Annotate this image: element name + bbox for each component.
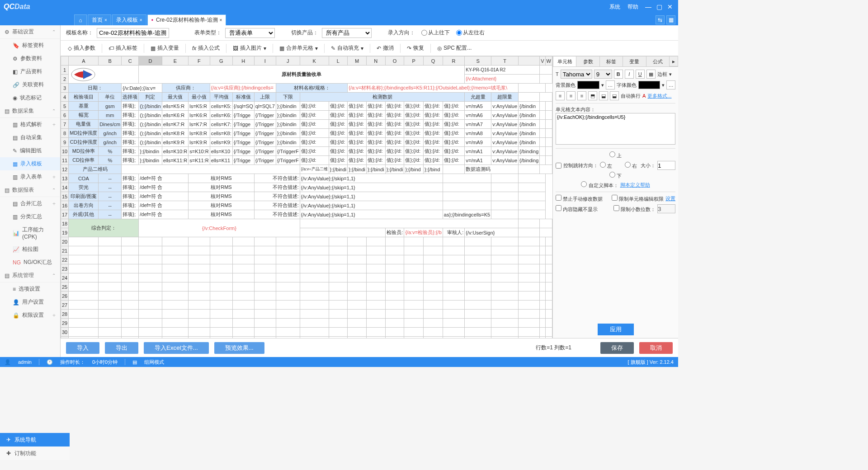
- bold-icon[interactable]: B: [614, 70, 623, 79]
- btn-redo[interactable]: ↷ 恢复: [403, 42, 428, 54]
- sidebar-item-class[interactable]: ▥ 分类汇总: [0, 210, 60, 223]
- proptab-tag[interactable]: 标签: [599, 56, 623, 66]
- proptab-param[interactable]: 参数: [576, 56, 599, 66]
- sidebar-item-status[interactable]: ◉ 状态标记: [0, 91, 60, 104]
- italic-icon[interactable]: I: [625, 70, 634, 79]
- sidebar-item-ngok[interactable]: NG NG/OK汇总: [0, 256, 60, 269]
- btn-preview[interactable]: 预览效果...: [214, 342, 264, 354]
- sidebar-group-collect[interactable]: ▤ 数据采集⌃: [0, 104, 60, 118]
- sidebar-item-merge[interactable]: ▤ 合并汇总+: [0, 197, 60, 210]
- maximize-icon[interactable]: ▢: [655, 3, 664, 10]
- sidebar-item-user[interactable]: 👤 用户设置: [0, 296, 60, 309]
- status-dur-value: 0小时0分钟: [92, 359, 118, 366]
- valign-bot-icon[interactable]: ⬓: [610, 91, 619, 100]
- rowcol-status: 行数=1 列数=1: [536, 344, 571, 352]
- sidebar-item-auth[interactable]: 🔒 权限设置+: [0, 309, 60, 322]
- sidebar-item-param[interactable]: ⚙ 参数资料: [0, 52, 60, 65]
- textarea-cellcontent[interactable]: {/v:EachOK};{/bindingcells=U5}: [556, 113, 675, 145]
- valign-top-icon[interactable]: ⬒: [588, 91, 597, 100]
- sidebar-item-option[interactable]: ≡ 选项设置: [0, 282, 60, 296]
- chk-nomod[interactable]: [556, 195, 561, 201]
- sidebar-item-form[interactable]: ▥ 录入表单+: [0, 170, 60, 183]
- sidebar-item-format[interactable]: ▥ 格式解析+: [0, 118, 60, 131]
- select-form-type[interactable]: 普通表单: [225, 28, 275, 38]
- align-right-icon[interactable]: ≡: [577, 91, 586, 100]
- btn-save[interactable]: 保存: [600, 342, 634, 354]
- chk-hide[interactable]: [556, 205, 561, 211]
- more-format-link[interactable]: 更多格式...: [647, 93, 671, 99]
- proptab-scroll[interactable]: ▸: [669, 56, 678, 66]
- menu-help[interactable]: 帮助: [627, 3, 638, 11]
- btn-insert-tag[interactable]: 🏷 插入标签: [105, 42, 141, 54]
- btn-apply[interactable]: 应用: [598, 324, 634, 335]
- tab-homepage[interactable]: 首页×: [88, 14, 111, 25]
- menu-system[interactable]: 系统: [609, 3, 620, 11]
- select-product[interactable]: 所有产品: [322, 28, 372, 38]
- btn-insert-var[interactable]: ▦ 插入变量: [147, 42, 183, 54]
- input-jumpsize[interactable]: [657, 161, 675, 170]
- fgcolor-more[interactable]: …: [666, 80, 675, 89]
- align-center-icon[interactable]: ≡: [566, 91, 576, 100]
- input-template-name[interactable]: [97, 28, 169, 38]
- sidebar-item-product[interactable]: ◧ 产品资料: [0, 65, 60, 78]
- select-font[interactable]: Tahoma: [561, 70, 592, 79]
- sidebar-item-auto[interactable]: ▤ 自动采集: [0, 131, 60, 144]
- chk-jump[interactable]: [556, 163, 561, 169]
- btn-spc[interactable]: ◎ SPC 配置...: [434, 42, 475, 54]
- sidebar-item-cpk[interactable]: 📊 工序能力(CPK): [0, 223, 60, 243]
- select-size[interactable]: 9: [594, 70, 612, 79]
- wrap-label[interactable]: 自动换行: [621, 93, 641, 99]
- btn-insert-image[interactable]: 🖼 插入图片 ▾: [229, 42, 270, 54]
- align-left-icon[interactable]: ≡: [556, 91, 565, 100]
- fgcolor-swatch[interactable]: [638, 81, 660, 89]
- chk-limitedit[interactable]: [612, 195, 618, 201]
- border-btn[interactable]: ▦: [646, 70, 656, 79]
- label-form-type: 表单类型：: [194, 29, 222, 37]
- chk-limitdec[interactable]: [613, 205, 619, 211]
- input-dec: [657, 204, 675, 213]
- btn-import-excel[interactable]: 导入Excel文件...: [144, 342, 209, 354]
- sidebar-item-pareto[interactable]: 📈 柏拉图: [0, 243, 60, 256]
- spreadsheet[interactable]: ABCDEFGHIJKLMNOPQRSTVW1 原材料质量验收单 KY-PR-Q…: [61, 56, 552, 338]
- btn-autofill[interactable]: ✎ 自动填充 ▾: [327, 42, 367, 54]
- valign-mid-icon[interactable]: ⬓: [599, 91, 608, 100]
- tab-current[interactable]: •Cre-02原材料检验单-追溯×: [147, 14, 226, 25]
- edit-set-link[interactable]: 设置: [665, 195, 675, 202]
- proptab-formula[interactable]: 公式: [646, 56, 670, 66]
- close-icon[interactable]: ✕: [665, 3, 675, 10]
- tab-close-icon[interactable]: ×: [220, 18, 222, 23]
- tab-close-icon[interactable]: ×: [104, 18, 107, 23]
- layout-toggle-1[interactable]: ⇆: [656, 15, 665, 24]
- sidebar-item-editdraw[interactable]: ✎ 编辑图纸: [0, 144, 60, 157]
- statusbar: 👤 admin 🕐 操作时长： 0小时0分钟 ▤ 组网模式 [ 旗舰版 ] Ve…: [0, 357, 678, 367]
- proptab-var[interactable]: 变量: [623, 56, 646, 66]
- app-logo: QCData: [4, 3, 30, 11]
- btn-insert-param[interactable]: ◇ 插入参数: [64, 42, 99, 54]
- minimize-icon[interactable]: —: [644, 3, 653, 10]
- sidebar-item-tag[interactable]: 🔖 标签资料: [0, 39, 60, 52]
- underline-icon[interactable]: U: [636, 70, 645, 79]
- layout-toggle-2[interactable]: ▦: [666, 15, 675, 24]
- btn-insert-formula[interactable]: fx 插入公式: [189, 42, 223, 54]
- tab-home[interactable]: ⌂: [74, 14, 87, 25]
- btn-import[interactable]: 导入: [66, 342, 99, 354]
- btn-cancel[interactable]: 取消: [639, 342, 673, 354]
- sidebar-item-relation[interactable]: 🔗 关联资料: [0, 78, 60, 91]
- sidebar-group-basic[interactable]: ⚙ 基础设置⌃: [0, 25, 60, 39]
- status-clock-icon: 🕐: [47, 359, 53, 365]
- sidebar-item-template[interactable]: ▦ 录入模板: [0, 157, 60, 170]
- properties-panel: 单元格 参数 标签 变量 公式 ▸ T Tahoma 9 B I U ▦: [552, 56, 678, 338]
- tab-templates[interactable]: 录入模板×: [112, 14, 146, 25]
- script-help-link[interactable]: 脚本定义帮助: [620, 182, 650, 188]
- sidebar-group-sys[interactable]: ▤ 系统管理⌃: [0, 269, 60, 282]
- tab-close-icon[interactable]: ×: [140, 18, 142, 23]
- sidebar-group-report[interactable]: ▤ 数据报表⌃: [0, 183, 60, 197]
- radio-topdown[interactable]: 从上往下: [421, 29, 450, 37]
- bgcolor-more[interactable]: …: [606, 80, 615, 89]
- proptab-cell[interactable]: 单元格: [553, 56, 576, 66]
- btn-undo[interactable]: ↶ 撤消: [373, 42, 397, 54]
- radio-leftright[interactable]: 从左往右: [456, 29, 485, 37]
- bgcolor-swatch[interactable]: [577, 81, 599, 89]
- btn-merge-cells[interactable]: ▦ 合并单元格 ▾: [276, 42, 321, 54]
- btn-export[interactable]: 导出: [105, 342, 138, 354]
